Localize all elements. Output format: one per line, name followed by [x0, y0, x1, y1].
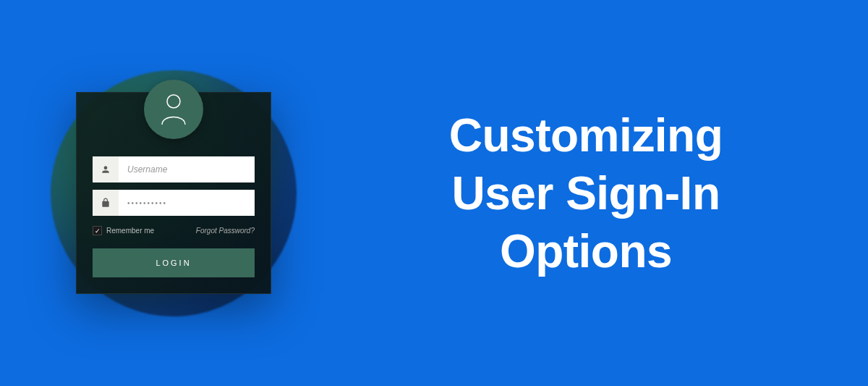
heading-line-2: User Sign-In [347, 164, 825, 222]
remember-label: Remember me [106, 227, 154, 235]
lock-icon [101, 198, 111, 208]
username-input[interactable] [119, 156, 255, 182]
username-icon-box [93, 156, 119, 182]
password-icon-box [93, 190, 119, 216]
avatar-circle [144, 80, 203, 139]
checkbox-box: ✓ [93, 226, 102, 235]
heading-line-3: Options [347, 222, 825, 280]
login-illustration: •••••••••• ✓ Remember me Forgot Password… [0, 0, 347, 386]
login-card: •••••••••• ✓ Remember me Forgot Password… [76, 92, 271, 294]
login-button[interactable]: LOGIN [93, 248, 255, 277]
heading-line-1: Customizing [347, 106, 825, 164]
svg-point-0 [167, 95, 180, 108]
person-icon [101, 164, 111, 175]
password-row: •••••••••• [93, 190, 255, 216]
form-options-row: ✓ Remember me Forgot Password? [93, 226, 255, 235]
username-row [93, 156, 255, 182]
remember-me-checkbox[interactable]: ✓ Remember me [93, 226, 154, 235]
password-input[interactable]: •••••••••• [119, 190, 255, 216]
user-icon [159, 93, 188, 126]
page-heading: Customizing User Sign-In Options [347, 106, 868, 280]
forgot-password-link[interactable]: Forgot Password? [196, 227, 255, 235]
